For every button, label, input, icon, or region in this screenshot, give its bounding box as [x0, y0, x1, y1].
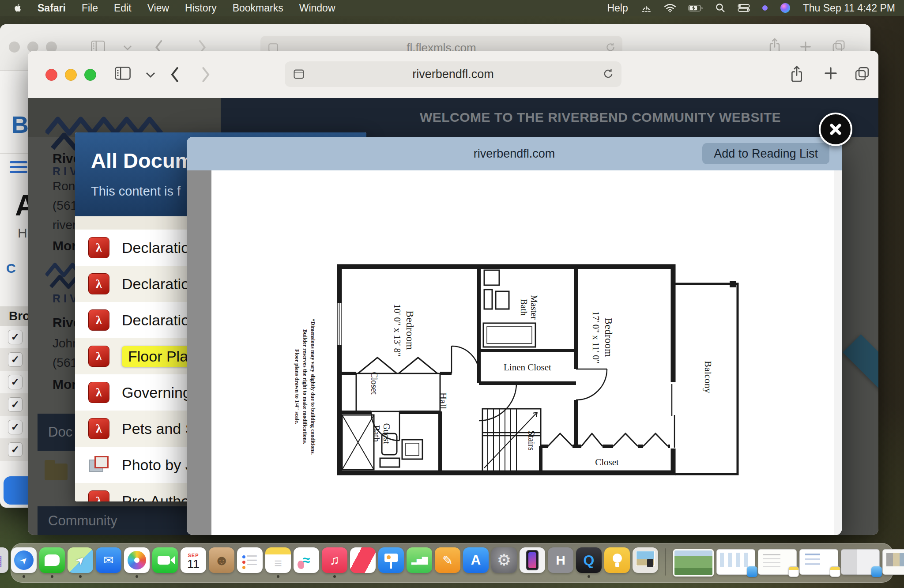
back-icon[interactable] — [169, 66, 180, 83]
sidebar-toggle-icon[interactable] — [114, 66, 131, 80]
dock-appstore[interactable]: A — [463, 547, 489, 573]
checkbox-list: ✓✓✓✓✓✓ — [0, 326, 28, 461]
checkbox-checked[interactable]: ✓ — [8, 375, 23, 389]
dock-messages[interactable] — [39, 547, 65, 573]
chevron-down-icon[interactable] — [123, 45, 132, 51]
checkbox-checked[interactable]: ✓ — [8, 352, 23, 367]
flexmls-link-fragment[interactable]: C — [6, 261, 16, 276]
dock-calendar[interactable]: SEP11 — [181, 547, 206, 573]
dock-notes[interactable]: ≡ — [265, 547, 291, 573]
menu-file[interactable]: File — [82, 2, 98, 14]
reload-icon[interactable] — [602, 68, 614, 83]
dock-minimized-gray-window[interactable] — [841, 549, 880, 575]
dock-launchpad[interactable]: ▦ — [0, 547, 8, 573]
checkbox-checked[interactable]: ✓ — [8, 330, 23, 344]
dock-contacts[interactable]: ☻ — [209, 547, 234, 573]
close-window-button[interactable] — [45, 69, 57, 81]
dock-minimized-photo[interactable] — [673, 549, 714, 577]
plan-note-3: Floor plans drawn to 1/4" scale. — [294, 349, 300, 424]
dock-facetime[interactable] — [152, 547, 178, 573]
dock-news[interactable] — [350, 547, 376, 573]
tab-overview-icon[interactable] — [854, 66, 870, 82]
dock-tips[interactable] — [604, 547, 630, 573]
dock-quicktime[interactable]: Q — [576, 547, 602, 573]
dock-keynote[interactable] — [378, 547, 404, 573]
dock-maps[interactable]: ➤ — [68, 547, 93, 573]
running-indicator — [333, 575, 336, 578]
checkbox-checked[interactable]: ✓ — [8, 420, 23, 434]
dock-freeform[interactable]: ≈ — [294, 547, 319, 573]
search-icon[interactable] — [716, 3, 725, 13]
dock-numbers[interactable]: ▂▅▇ — [407, 547, 432, 573]
notes-icon: ≡ — [274, 556, 282, 571]
dock-passport[interactable] — [633, 547, 658, 573]
siri-icon[interactable] — [780, 3, 791, 13]
dock-minimized-notes-window[interactable] — [758, 549, 797, 575]
menu-safari[interactable]: Safari — [38, 2, 66, 14]
reminders-icon: ☰ — [246, 553, 258, 568]
chevron-down-icon[interactable] — [145, 72, 156, 78]
freeform-icon: ≈ — [303, 553, 310, 568]
hamburger-menu-icon[interactable] — [10, 161, 27, 176]
menu-bar-clock[interactable]: Thu Sep 11 4:42 PM — [803, 2, 895, 14]
share-icon[interactable] — [790, 65, 804, 83]
dock-divider — [665, 548, 666, 576]
menu-help[interactable]: Help — [607, 2, 628, 14]
dock-photos[interactable] — [124, 547, 150, 573]
dock-mail[interactable]: ✉ — [96, 547, 121, 573]
room-label-master-bath-1: Master — [529, 295, 539, 320]
control-center-icon[interactable] — [738, 4, 750, 12]
dock-minimized-photos-window[interactable] — [882, 549, 904, 575]
menu-bookmarks[interactable]: Bookmarks — [233, 2, 283, 14]
music-icon: ♫ — [330, 553, 340, 568]
room-label-guest-bath-1: Guest — [382, 423, 392, 444]
checkbox-row: ✓ — [0, 393, 28, 416]
apple-menu-icon[interactable] — [12, 3, 22, 13]
traffic-lights[interactable] — [45, 69, 96, 81]
minimize-window-button[interactable] — [65, 69, 77, 81]
pdf-icon: λ — [88, 490, 109, 501]
menu-history[interactable]: History — [185, 2, 217, 14]
pdf-icon: λ — [88, 237, 109, 258]
room-label-closet1: Closet — [369, 372, 379, 395]
maps-icon: ➤ — [73, 553, 88, 568]
facetime-icon — [158, 556, 170, 565]
menu-edit[interactable]: Edit — [114, 2, 132, 14]
room-label-hall: Hall — [438, 392, 449, 409]
dock-h-app[interactable]: H — [548, 547, 573, 573]
dock-music[interactable]: ♫ — [322, 547, 347, 573]
close-icon — [832, 125, 840, 133]
scrollbar[interactable] — [834, 170, 842, 535]
checkbox-checked[interactable]: ✓ — [8, 397, 23, 412]
dock-settings[interactable]: ⚙ — [491, 547, 517, 573]
address-bar[interactable]: riverbendfl.com — [285, 61, 622, 87]
menu-window[interactable]: Window — [299, 2, 335, 14]
checkbox-checked[interactable]: ✓ — [8, 442, 23, 457]
menu-view[interactable]: View — [147, 2, 169, 14]
plan-note-1: *Dimensions may vary slightly due to bui… — [310, 319, 316, 455]
dock-reminders[interactable]: ☰ — [237, 547, 263, 573]
dock-minimized-finder-window[interactable] — [716, 549, 755, 575]
zoom-window-button[interactable] — [84, 69, 96, 81]
pdf-icon: λ — [88, 382, 109, 403]
dock-minimized-form-window[interactable] — [799, 549, 838, 575]
close-button[interactable] — [819, 113, 852, 146]
running-indicator — [588, 575, 590, 578]
keyboard-brightness-icon[interactable] — [640, 4, 652, 12]
flexmls-subheading-fragment: H — [18, 226, 27, 241]
dock-safari[interactable]: ➤ — [11, 547, 37, 573]
wifi-icon[interactable] — [664, 4, 676, 12]
add-to-reading-list-button[interactable]: Add to Reading List — [702, 143, 829, 164]
preview-sheet-body: Bedroom 10' 0" x 13' 8" Closet Guest Bat… — [187, 170, 842, 535]
page-settings-icon[interactable] — [293, 68, 305, 83]
dock-pages[interactable]: ✎ — [435, 547, 460, 573]
dock-iphone-mirroring[interactable] — [520, 547, 545, 573]
battery-icon[interactable] — [688, 4, 703, 12]
photos-icon — [128, 551, 146, 569]
status-dot — [762, 5, 768, 11]
forward-icon[interactable] — [201, 66, 211, 83]
new-tab-icon[interactable] — [824, 67, 837, 80]
running-indicator — [136, 575, 138, 578]
running-indicator — [277, 575, 279, 578]
checkbox-row: ✓ — [0, 348, 28, 371]
